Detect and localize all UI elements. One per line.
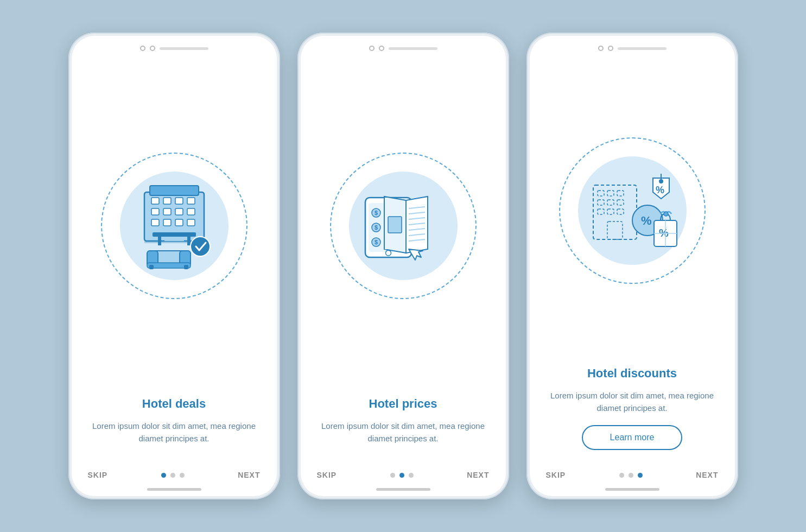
phone-2: $ $ $ xyxy=(297,33,509,499)
skip-button-3[interactable]: SKIP xyxy=(546,471,566,479)
svg-rect-57 xyxy=(598,209,604,214)
svg-rect-53 xyxy=(617,191,624,196)
status-bar-3 xyxy=(530,36,735,55)
screen-3: % % % xyxy=(530,36,735,496)
svg-rect-59 xyxy=(617,209,624,214)
status-dot-3 xyxy=(369,46,375,51)
svg-rect-2 xyxy=(151,198,159,204)
hotel-prices-icon: $ $ $ xyxy=(349,170,458,281)
status-bar-line-2 xyxy=(389,47,437,50)
svg-rect-24 xyxy=(184,265,188,269)
nav-bar-1: SKIP NEXT xyxy=(72,466,277,488)
status-dot-2 xyxy=(150,46,155,51)
next-button-3[interactable]: NEXT xyxy=(696,471,718,479)
hotel-deals-icon xyxy=(120,170,229,281)
svg-rect-3 xyxy=(163,198,171,204)
svg-rect-15 xyxy=(153,232,196,237)
svg-rect-1 xyxy=(150,186,199,195)
skip-button-2[interactable]: SKIP xyxy=(317,471,337,479)
svg-rect-56 xyxy=(617,200,624,205)
dot-3-2 xyxy=(629,473,633,478)
dot-2-3 xyxy=(409,473,414,478)
svg-rect-54 xyxy=(598,200,604,205)
svg-rect-10 xyxy=(151,219,159,226)
svg-rect-7 xyxy=(163,208,171,215)
screen-desc-1: Lorem ipsum dolor sit dim amet, mea regi… xyxy=(88,420,261,445)
next-button-2[interactable]: NEXT xyxy=(467,471,489,479)
svg-rect-5 xyxy=(187,198,195,204)
nav-dots-2 xyxy=(390,473,414,478)
svg-rect-52 xyxy=(607,191,614,196)
svg-text:$: $ xyxy=(375,224,378,231)
nav-dots-1 xyxy=(161,473,185,478)
screen-desc-2: Lorem ipsum dolor sit dim amet, mea regi… xyxy=(317,420,490,445)
learn-more-button[interactable]: Learn more xyxy=(582,425,683,450)
phone-3: % % % xyxy=(526,33,738,499)
svg-rect-50 xyxy=(593,185,637,239)
text-content-3: Hotel discounts Lorem ipsum dolor sit di… xyxy=(530,366,735,467)
svg-text:%: % xyxy=(656,185,664,195)
nav-bar-2: SKIP NEXT xyxy=(301,466,506,488)
phone-1: Hotel deals Lorem ipsum dolor sit dim am… xyxy=(68,33,280,499)
status-bar-1 xyxy=(72,36,277,55)
nav-bar-3: SKIP NEXT xyxy=(530,466,735,488)
svg-rect-23 xyxy=(149,265,154,269)
dot-2-1 xyxy=(390,473,395,478)
dot-3-3 xyxy=(638,473,643,478)
status-dot-1 xyxy=(140,46,145,51)
status-bar-2 xyxy=(301,36,506,55)
skip-button-1[interactable]: SKIP xyxy=(88,471,108,479)
illustration-area-3: % % % xyxy=(530,55,735,366)
status-dot-4 xyxy=(379,46,384,51)
dot-3-1 xyxy=(619,473,624,478)
svg-point-25 xyxy=(191,237,210,256)
svg-rect-55 xyxy=(607,200,614,205)
hotel-discounts-icon: % % % xyxy=(578,155,687,266)
text-content-2: Hotel prices Lorem ipsum dolor sit dim a… xyxy=(301,397,506,467)
illustration-area-2: $ $ $ xyxy=(301,55,506,397)
svg-text:$: $ xyxy=(375,210,378,216)
svg-point-61 xyxy=(659,179,663,183)
screen-desc-3: Lorem ipsum dolor sit dim amet, mea regi… xyxy=(546,389,719,415)
status-bar-line-1 xyxy=(160,47,208,50)
svg-rect-13 xyxy=(187,219,195,226)
screen-title-2: Hotel prices xyxy=(317,397,490,411)
home-indicator-1 xyxy=(147,488,201,491)
dot-1-2 xyxy=(170,473,175,478)
svg-text:%: % xyxy=(659,227,669,239)
dot-1-1 xyxy=(161,473,166,478)
svg-rect-58 xyxy=(607,209,614,214)
nav-dots-3 xyxy=(619,473,643,478)
svg-rect-51 xyxy=(598,191,604,196)
svg-rect-11 xyxy=(163,219,171,226)
svg-text:%: % xyxy=(641,214,652,227)
svg-rect-60 xyxy=(607,221,623,239)
screen-title-3: Hotel discounts xyxy=(546,366,719,381)
home-indicator-3 xyxy=(605,488,659,491)
dot-1-3 xyxy=(180,473,185,478)
svg-rect-4 xyxy=(175,198,183,204)
svg-rect-9 xyxy=(187,208,195,215)
screen-2: $ $ $ xyxy=(301,36,506,496)
screen-1: Hotel deals Lorem ipsum dolor sit dim am… xyxy=(72,36,277,496)
svg-rect-8 xyxy=(175,208,183,215)
home-indicator-2 xyxy=(376,488,430,491)
next-button-1[interactable]: NEXT xyxy=(238,471,260,479)
screen-title-1: Hotel deals xyxy=(88,397,261,411)
svg-text:$: $ xyxy=(375,239,378,245)
svg-rect-48 xyxy=(388,217,402,233)
text-content-1: Hotel deals Lorem ipsum dolor sit dim am… xyxy=(72,397,277,467)
dot-2-2 xyxy=(399,473,404,478)
status-bar-line-3 xyxy=(618,47,667,50)
svg-rect-6 xyxy=(151,208,159,215)
status-dot-5 xyxy=(598,46,604,51)
svg-rect-12 xyxy=(175,219,183,226)
status-dot-6 xyxy=(608,46,613,51)
illustration-area-1 xyxy=(72,55,277,397)
svg-point-67 xyxy=(664,212,668,216)
